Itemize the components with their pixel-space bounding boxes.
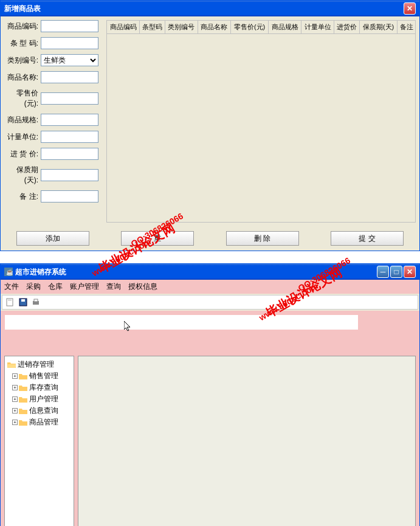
table-body-empty — [106, 34, 416, 223]
save-icon[interactable] — [18, 297, 29, 308]
tree-item-user[interactable]: + 用户管理 — [12, 393, 71, 405]
label-unit: 计量单位: — [4, 132, 41, 142]
tree-root[interactable]: 进销存管理 — [7, 359, 71, 370]
input-purchase-price[interactable] — [41, 148, 98, 160]
menu-purchase[interactable]: 采购 — [26, 282, 41, 292]
expand-icon[interactable]: + — [12, 385, 18, 390]
cursor-icon — [124, 321, 134, 333]
svg-rect-5 — [21, 299, 25, 302]
th-name[interactable]: 商品名称 — [198, 21, 230, 34]
form-panel: 商品编码: 条 型 码: 类别编号: 生鲜类 商品名称: 零售价(元): — [4, 20, 103, 223]
label-spec: 商品规格: — [4, 115, 41, 125]
label-remark: 备 注: — [4, 192, 41, 202]
content-panel — [78, 356, 416, 526]
expand-icon[interactable]: + — [12, 420, 18, 425]
product-table: 商品编码 条型码 类别编号 商品名称 零售价(元) 商品规格 计量单位 进货价 … — [106, 20, 416, 34]
th-spec[interactable]: 商品规格 — [269, 21, 301, 34]
input-product-code[interactable] — [41, 20, 98, 32]
main-system-window: ☕ 超市进销存系统 ─ □ ✕ 文件 采购 仓库 账户管理 查询 授权信息 进销… — [0, 263, 420, 526]
maximize-button[interactable]: □ — [390, 266, 402, 278]
folder-icon — [19, 384, 27, 392]
titlebar: 新增商品表 ✕ — [1, 1, 419, 16]
svg-rect-2 — [7, 299, 13, 306]
delete-button[interactable]: 删 除 — [226, 231, 299, 246]
tree-item-info[interactable]: + 信息查询 — [12, 405, 71, 417]
expand-icon[interactable]: + — [12, 396, 18, 402]
menu-warehouse[interactable]: 仓库 — [48, 282, 63, 292]
th-barcode[interactable]: 条型码 — [140, 21, 165, 34]
label-barcode: 条 型 码: — [4, 38, 41, 49]
input-shelf-life[interactable] — [41, 169, 98, 181]
th-remark[interactable]: 备注 — [398, 21, 416, 34]
menu-account[interactable]: 账户管理 — [70, 282, 99, 292]
menu-query[interactable]: 查询 — [106, 282, 121, 292]
menu-file[interactable]: 文件 — [4, 282, 19, 292]
tree-item-inventory[interactable]: + 库存查询 — [12, 382, 71, 393]
print-icon[interactable] — [30, 297, 41, 308]
label-shelf: 保质期(天): — [4, 165, 41, 185]
window-title: 新增商品表 — [4, 4, 41, 14]
close-button[interactable]: ✕ — [404, 2, 416, 15]
label-name: 商品名称: — [4, 72, 41, 83]
tree-item-sales[interactable]: + 销售管理 — [12, 370, 71, 382]
svg-rect-3 — [8, 300, 12, 300]
folder-icon — [19, 396, 27, 403]
th-shelf[interactable]: 保质期(天) — [360, 21, 398, 34]
reset-button[interactable]: 重 — [121, 231, 194, 246]
tree-item-product[interactable]: + 商品管理 — [12, 417, 71, 428]
minimize-button[interactable]: ─ — [377, 266, 389, 278]
input-retail-price[interactable] — [41, 92, 98, 105]
java-icon: ☕ — [4, 268, 13, 276]
svg-text:☕: ☕ — [6, 268, 13, 276]
tree-panel: 进销存管理 + 销售管理 + 库存查询 + 用户管理 + 信息查询 — [4, 356, 74, 526]
label-price: 零售价(元): — [4, 88, 41, 109]
menu-auth[interactable]: 授权信息 — [128, 282, 157, 292]
label-code: 商品编码: — [4, 21, 41, 32]
label-category: 类别编号: — [4, 55, 41, 66]
label-purchase: 进 货 价: — [4, 149, 41, 159]
input-product-name[interactable] — [41, 71, 98, 83]
select-category[interactable]: 生鲜类 — [41, 54, 98, 66]
input-spec[interactable] — [41, 114, 98, 126]
th-code[interactable]: 商品编码 — [107, 21, 140, 34]
close-button-2[interactable]: ✕ — [404, 266, 416, 278]
th-purchase[interactable]: 进货价 — [334, 21, 360, 34]
th-price[interactable]: 零售价(元) — [230, 21, 268, 34]
expand-icon[interactable]: + — [12, 373, 18, 379]
folder-icon — [19, 419, 27, 426]
toolbar — [2, 295, 418, 310]
th-category[interactable]: 类别编号 — [165, 21, 198, 34]
folder-icon — [19, 407, 27, 415]
folder-open-icon — [7, 361, 16, 369]
new-icon[interactable] — [5, 297, 16, 308]
product-table-area: 商品编码 条型码 类别编号 商品名称 零售价(元) 商品规格 计量单位 进货价 … — [106, 20, 416, 223]
expand-icon[interactable]: + — [12, 408, 18, 414]
submit-button[interactable]: 提 交 — [331, 231, 404, 246]
input-remark[interactable] — [41, 190, 98, 202]
input-unit[interactable] — [41, 131, 98, 143]
add-product-window: 新增商品表 ✕ 商品编码: 条 型 码: 类别编号: 生鲜类 商品名称: — [0, 0, 420, 251]
titlebar-2: ☕ 超市进销存系统 ─ □ ✕ — [1, 264, 419, 280]
inner-toolbar — [5, 315, 358, 330]
th-unit[interactable]: 计量单位 — [301, 21, 334, 34]
svg-rect-7 — [34, 299, 38, 302]
menubar: 文件 采购 仓库 账户管理 查询 授权信息 — [1, 280, 419, 294]
add-button[interactable]: 添加 — [16, 231, 89, 246]
input-barcode[interactable] — [41, 37, 98, 49]
window2-title: 超市进销存系统 — [15, 267, 66, 277]
folder-icon — [19, 373, 27, 380]
